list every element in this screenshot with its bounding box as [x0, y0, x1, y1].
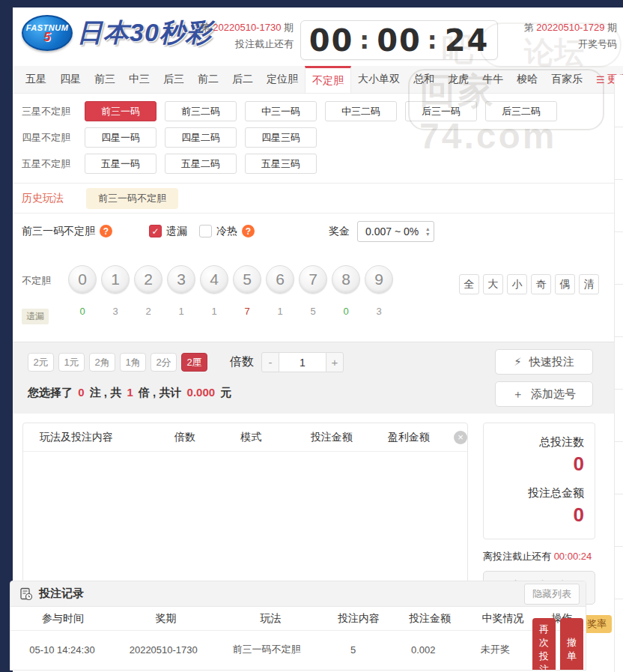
play-button-zhongsan-1[interactable]: 中三一码	[245, 101, 317, 121]
countdown-timer: 00 : 00 : 24	[300, 20, 498, 60]
quick-bet-button[interactable]: ⚡ 快速投注	[495, 349, 593, 375]
play-button-housan-1[interactable]: 后三一码	[405, 101, 477, 121]
record-status: 未开奖	[460, 643, 530, 656]
play-button-zhongsan-2[interactable]: 中三二码	[325, 101, 397, 121]
lottery-page: FASTNUM 5 日本30秒彩 第 20220510-1730 期 投注截止还…	[0, 0, 623, 672]
play-button-sixing-1[interactable]: 四星一码	[85, 127, 156, 148]
nav-dingweidan[interactable]: 定位胆	[260, 66, 305, 93]
play-button-wuxing-3[interactable]: 五星三码	[245, 154, 317, 174]
fastnum-logo-icon: FASTNUM 5	[22, 15, 73, 51]
help-icon[interactable]: ?	[242, 225, 255, 237]
nav-baijiale[interactable]: 百家乐	[544, 66, 589, 93]
ball-3[interactable]: 3	[167, 265, 195, 294]
record-amount: 0.002	[386, 644, 460, 656]
spinner-arrows-icon[interactable]: ▴▾	[426, 226, 429, 237]
select-even-button[interactable]: 偶	[555, 274, 575, 294]
hotcold-checkbox[interactable]	[199, 225, 212, 237]
logo-five-text: 5	[44, 32, 51, 43]
ball-7[interactable]: 7	[299, 265, 327, 294]
row-label: 五星不定胆	[22, 157, 85, 171]
nav-houer[interactable]: 后二	[225, 66, 260, 93]
history-tag[interactable]: 前三一码不定胆	[86, 188, 178, 209]
header: FASTNUM 5 日本30秒彩 第 20220510-1730 期 投注截止还…	[13, 7, 623, 66]
play-row-5star: 五星不定胆 五星一码 五星二码 五星三码	[22, 154, 623, 174]
ball-9[interactable]: 9	[365, 265, 393, 294]
ball-1[interactable]: 1	[101, 265, 130, 294]
nav-qianer[interactable]: 前二	[191, 66, 225, 93]
denom-2jiao[interactable]: 2角	[89, 353, 115, 372]
nav-daxiaodanshuang[interactable]: 大小单双	[351, 66, 407, 93]
bet-count: 0	[78, 386, 84, 399]
number-selection: 不定胆 遗漏 00 13 22 31 41 57 61 75 80 93 全 大…	[13, 249, 623, 342]
totals-card: 总投注数 0 投注总金额 0	[483, 423, 595, 539]
select-odd-button[interactable]: 奇	[531, 274, 551, 294]
draw-number-label: 开奖号码	[524, 36, 617, 52]
nav-niuniu[interactable]: 牛牛	[475, 66, 510, 93]
ball-8[interactable]: 8	[332, 265, 360, 294]
logo-title: 日本30秒彩	[77, 16, 212, 50]
deadline-countdown: 00:00:24	[554, 551, 592, 562]
select-big-button[interactable]: 大	[483, 274, 503, 294]
ball-2[interactable]: 2	[134, 265, 162, 294]
select-all-button[interactable]: 全	[459, 274, 479, 294]
play-button-wuxing-2[interactable]: 五星二码	[165, 154, 237, 174]
plus-icon: ＋	[512, 387, 523, 402]
nav-wuxing[interactable]: 五星	[19, 66, 53, 93]
nav-budingdan-active[interactable]: 不定胆	[305, 66, 351, 93]
play-button-housan-2[interactable]: 后三二码	[485, 101, 557, 121]
ball-0[interactable]: 0	[68, 265, 97, 294]
nav-zonghe[interactable]: 总和	[407, 66, 441, 93]
clear-button[interactable]: 清	[579, 274, 599, 294]
nav-housan[interactable]: 后三	[156, 66, 191, 93]
play-button-qiansan-2[interactable]: 前三二码	[165, 101, 237, 121]
ball-6[interactable]: 6	[266, 265, 294, 294]
play-button-wuxing-1[interactable]: 五星一码	[85, 154, 156, 174]
nav-zhongsan[interactable]: 中三	[122, 66, 156, 93]
nav-sixing[interactable]: 四星	[53, 66, 88, 93]
ball-5[interactable]: 5	[233, 265, 261, 294]
denom-1yuan[interactable]: 1元	[58, 353, 85, 372]
site-logo[interactable]: FASTNUM 5 日本30秒彩	[22, 15, 212, 51]
stepper-plus-button[interactable]: +	[326, 352, 344, 372]
rebet-button[interactable]: 再次投注	[532, 618, 556, 671]
multiple-input[interactable]: 1	[279, 352, 326, 372]
cancel-order-button[interactable]: 撤单	[560, 618, 583, 671]
miss-value-0: 0	[68, 306, 97, 317]
stepper-minus-button[interactable]: -	[261, 352, 279, 372]
col-mode: 模式	[240, 431, 310, 444]
ball-4[interactable]: 4	[200, 265, 228, 294]
deadline-label: 投注截止还有	[201, 36, 294, 52]
quick-select-buttons: 全 大 小 奇 偶 清	[455, 274, 599, 294]
denom-1jiao[interactable]: 1角	[120, 353, 146, 372]
help-icon[interactable]: ?	[100, 225, 112, 237]
miss-value-2: 2	[134, 306, 162, 317]
denom-2li-active[interactable]: 2厘	[181, 353, 207, 372]
denom-2yuan[interactable]: 2元	[28, 353, 54, 372]
record-actions: 再次投注 撤单	[530, 618, 586, 671]
betslip-section: 玩法及投注内容 倍数 模式 投注金额 盈利金额 × 总投注数 0 投注总金额 0	[13, 414, 623, 602]
play-button-qiansan-1[interactable]: 前三一码	[85, 101, 156, 121]
deadline-row: 离投注截止还有 00:00:24	[483, 550, 595, 563]
add-numbers-button[interactable]: ＋ 添加选号	[495, 381, 593, 407]
col-play-content: 玩法及投注内容	[23, 431, 174, 444]
hide-list-button[interactable]: 隐藏列表	[524, 584, 580, 605]
nav-longhu[interactable]: 龙虎	[441, 66, 475, 93]
play-button-sixing-3[interactable]: 四星三码	[245, 127, 317, 148]
denom-2fen[interactable]: 2分	[151, 353, 177, 372]
current-period-block: 第 20220510-1730 期 投注截止还有	[201, 19, 294, 52]
miss-checkbox-label: 遗漏	[166, 225, 187, 238]
timer-seconds: 24	[445, 23, 490, 58]
nav-qiansan[interactable]: 前三	[88, 66, 122, 93]
col-bet-amount: 投注金额	[311, 431, 388, 444]
betslip-header: 玩法及投注内容 倍数 模式 投注金额 盈利金额 ×	[23, 423, 467, 452]
select-small-button[interactable]: 小	[507, 274, 527, 294]
miss-checkbox[interactable]	[149, 225, 162, 237]
nav-partial-item[interactable]: 走	[616, 73, 623, 87]
close-icon[interactable]: ×	[454, 431, 467, 444]
record-period: 20220510-1730	[114, 644, 213, 656]
play-button-sixing-2[interactable]: 四星二码	[165, 127, 237, 148]
row-label: 三星不定胆	[22, 105, 85, 118]
prize-select[interactable]: 0.007 ~ 0% ▴▾	[357, 221, 434, 242]
current-period-number: 20220510-1730	[213, 22, 281, 33]
nav-suoha[interactable]: 梭哈	[510, 66, 544, 93]
